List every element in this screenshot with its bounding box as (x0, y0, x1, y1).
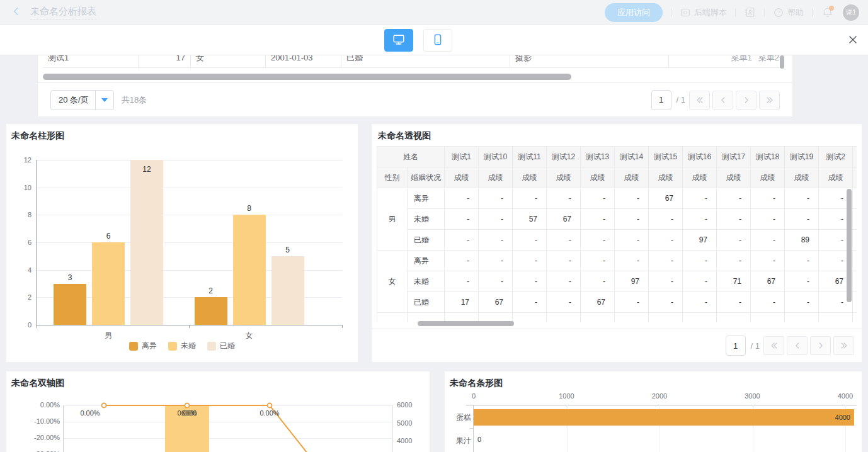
chart-bar (233, 215, 266, 325)
pivot-value-cell: - (479, 251, 513, 271)
pivot-measure-header: 成绩 (785, 167, 819, 188)
table-cell: 摄影 (510, 55, 669, 67)
table-pagination-bar: 20 条/页 共18条 1 / 1 (38, 82, 792, 116)
pivot-value-cell: - (479, 188, 513, 209)
divider (812, 8, 813, 17)
pivot-value-cell: - (785, 271, 819, 292)
pivot-measure-header: 成绩 (751, 167, 785, 188)
back-button[interactable] (9, 5, 24, 20)
line-point-marker (268, 404, 272, 408)
table-row: 测试117女2001-01-03已婚摄影菜单1菜单2 (43, 55, 784, 68)
first-page-button[interactable] (763, 336, 784, 355)
page-size-select[interactable]: 20 条/页 (50, 90, 114, 110)
pivot-empty-cell (785, 313, 819, 323)
pivot-value-cell: 97 (615, 271, 649, 292)
pivot-value-cell: - (683, 209, 717, 230)
table-cell: 已婚 (341, 55, 510, 67)
page-number-input[interactable]: 1 (651, 90, 671, 110)
pivot-value-cell: - (717, 209, 751, 230)
pivot-value-cell: - (649, 271, 683, 292)
pivot-value-cell: - (649, 251, 683, 271)
pivot-column-header: 测试10 (479, 147, 513, 167)
app-access-button[interactable]: 应用访问 (605, 3, 663, 22)
chart-bar (54, 284, 86, 325)
pivot-column-header: 测试15 (649, 147, 683, 167)
chart-bar (130, 160, 163, 325)
pivot-status-cell: 未婚 (408, 209, 445, 230)
select-caret-cell (95, 91, 113, 110)
y-axis-tick-label: 8 (13, 211, 31, 218)
pivot-page-total: / 1 (751, 341, 760, 351)
total-count: 共18条 (122, 94, 147, 106)
pivot-value-cell: - (513, 271, 547, 292)
y-axis-tick (470, 428, 473, 429)
pivot-empty-cell (751, 313, 785, 323)
notification-bell-button[interactable] (821, 6, 835, 20)
y-axis-line (36, 160, 37, 325)
vertical-scrollbar[interactable] (780, 55, 784, 69)
pivot-value-cell: - (649, 230, 683, 251)
pivot-page-number-input[interactable]: 1 (726, 336, 746, 356)
row-action-link[interactable]: 菜单2 (758, 55, 779, 62)
legend-label: 已婚 (220, 341, 235, 351)
legend-item[interactable]: 未婚 (168, 341, 196, 351)
prev-page-button[interactable] (787, 336, 808, 355)
prev-page-button[interactable] (712, 91, 733, 110)
pivot-value-cell: - (785, 292, 819, 313)
next-page-button[interactable] (736, 91, 757, 110)
horizontal-scrollbar[interactable] (43, 74, 571, 80)
first-page-button[interactable] (689, 91, 710, 110)
x-axis-tick-label: 1000 (554, 392, 580, 400)
pivot-value-cell: - (581, 271, 615, 292)
page-size-value: 20 条/页 (51, 94, 95, 106)
backend-script-button[interactable]: 后端脚本 (680, 7, 727, 18)
pivot-status-cell: 已婚 (408, 230, 445, 251)
pivot-measure-header: 成绩 (615, 167, 649, 188)
pivot-value-cell: - (513, 251, 547, 271)
pivot-empty-cell (683, 313, 717, 323)
pivot-horizontal-scrollbar[interactable] (418, 321, 514, 326)
x-axis-tick (342, 325, 343, 328)
double-chevron-left-icon (695, 96, 704, 105)
x-axis-line (466, 405, 857, 405)
next-page-button[interactable] (810, 336, 831, 355)
pivot-value-cell: - (649, 209, 683, 230)
pivot-value-cell: 97 (683, 230, 717, 251)
last-page-button[interactable] (833, 336, 854, 355)
desktop-view-toggle[interactable] (384, 29, 413, 52)
y-axis-tick-label: 0 (13, 321, 31, 329)
pivot-value-cell: 67 (751, 271, 785, 292)
close-preview-button[interactable] (845, 33, 860, 48)
pivot-measure-header: 成绩 (649, 167, 683, 188)
legend-item[interactable]: 离异 (129, 341, 157, 351)
contact-book-button[interactable] (744, 6, 756, 18)
last-page-button[interactable] (759, 91, 780, 110)
help-button[interactable]: ? 帮助 (773, 7, 804, 18)
pivot-column-header: 测试2 (819, 147, 853, 167)
pivot-value-cell: - (751, 188, 785, 209)
pivot-empty-cell (377, 313, 408, 323)
dual-axis-plot: 0.00%-10.00%-20.00%-30.00%6000500040000.… (6, 371, 430, 452)
pivot-value-cell: 67 (649, 188, 683, 209)
bar-value-label: 12 (142, 165, 151, 174)
divider (764, 8, 765, 17)
panel-horizontal-bar-chart: 未命名条形图 01000200030004000蛋糕果汁40000 (445, 371, 862, 452)
pivot-value-cell: 17 (445, 292, 479, 313)
legend-item[interactable]: 已婚 (207, 341, 235, 351)
row-action-link[interactable]: 菜单1 (731, 55, 752, 62)
avatar[interactable]: 谭1 (843, 4, 859, 21)
pivot-column-header: 测试1 (445, 147, 479, 167)
pivot-value-cell: - (751, 209, 785, 230)
pivot-value-cell: - (513, 230, 547, 251)
pivot-status-cell: 离异 (408, 188, 445, 209)
pivot-value-cell: - (615, 209, 649, 230)
panel-data-table: 测试117女2001-01-03已婚摄影菜单1菜单2 20 条/页 共18条 1… (38, 55, 792, 116)
x-axis-tick (36, 325, 37, 328)
mobile-view-toggle[interactable] (423, 29, 452, 52)
pivot-vertical-scrollbar[interactable] (847, 189, 852, 302)
pivot-pagination-bar: 1 / 1 (372, 329, 862, 362)
panel-dual-axis-chart: 未命名双轴图 0.00%-10.00%-20.00%-30.00%6000500… (6, 371, 430, 452)
pivot-measure-header: 成绩 (513, 167, 547, 188)
divider (671, 8, 671, 17)
dashboard-content: 测试117女2001-01-03已婚摄影菜单1菜单2 20 条/页 共18条 1… (0, 55, 868, 452)
